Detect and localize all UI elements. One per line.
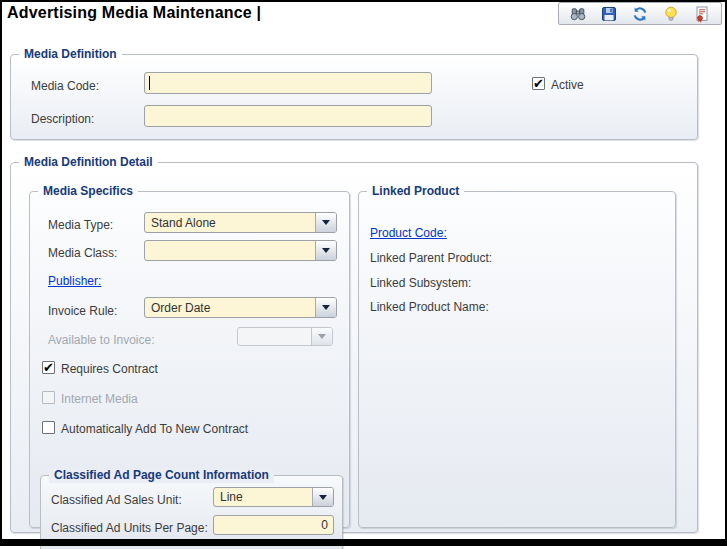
requires-contract-checkbox[interactable]: ✔	[42, 361, 55, 374]
checkmark-icon: ✔	[43, 361, 54, 374]
lightbulb-icon	[662, 5, 680, 23]
media-class-value	[145, 241, 315, 260]
refresh-icon	[631, 5, 649, 23]
media-specifics-title: Media Specifics	[38, 184, 138, 199]
chevron-down-icon	[322, 248, 330, 253]
report-certificate-icon	[693, 5, 711, 23]
media-definition-detail-title: Media Definition Detail	[19, 155, 158, 170]
available-to-invoice-dropdown	[237, 327, 333, 346]
text-cursor	[149, 76, 150, 90]
available-to-invoice-value	[238, 328, 311, 345]
save-button[interactable]	[599, 4, 619, 23]
product-code-link[interactable]: Product Code:	[370, 226, 447, 240]
binoculars-icon	[569, 5, 587, 23]
classified-ad-group: Classified Ad Page Count Information Cla…	[40, 475, 343, 549]
active-checkbox[interactable]: ✔	[532, 77, 545, 90]
classified-sales-unit-label: Classified Ad Sales Unit:	[51, 493, 182, 507]
tip-button[interactable]	[661, 4, 681, 23]
invoice-rule-dropdown-button[interactable]	[315, 298, 336, 317]
media-class-dropdown-button[interactable]	[315, 241, 336, 260]
invoice-rule-label: Invoice Rule:	[48, 304, 117, 318]
invoice-rule-value: Order Date	[145, 298, 315, 317]
page-title: Advertising Media Maintenance |	[7, 4, 261, 22]
auto-add-contract-checkbox[interactable]	[42, 421, 55, 434]
media-type-label: Media Type:	[48, 218, 113, 232]
active-label: Active	[551, 78, 584, 92]
classified-sales-unit-dropdown[interactable]: Line	[213, 487, 334, 507]
description-label: Description:	[31, 112, 94, 126]
auto-add-contract-label: Automatically Add To New Contract	[61, 422, 248, 436]
linked-subsystem-label: Linked Subsystem:	[370, 276, 471, 290]
classified-units-per-page-input[interactable]	[213, 515, 334, 535]
window-border-bottom	[0, 539, 727, 546]
chevron-down-icon	[319, 495, 327, 500]
linked-product-name-label: Linked Product Name:	[370, 300, 489, 314]
chevron-down-icon	[322, 305, 330, 310]
toolbar	[558, 2, 722, 25]
window-border-left	[0, 0, 2, 546]
description-input[interactable]	[144, 105, 432, 127]
app-window: Advertising Media Maintenance |	[0, 0, 727, 549]
classified-ad-title: Classified Ad Page Count Information	[49, 468, 274, 483]
invoice-rule-dropdown[interactable]: Order Date	[144, 297, 337, 318]
chevron-down-icon	[322, 220, 330, 225]
refresh-button[interactable]	[630, 4, 650, 23]
media-type-dropdown[interactable]: Stand Alone	[144, 212, 337, 233]
media-specifics-group: Media Specifics Media Type: Stand Alone …	[29, 191, 350, 528]
chevron-down-icon	[318, 334, 326, 339]
media-definition-detail-group: Media Definition Detail Media Specifics …	[10, 162, 698, 533]
media-definition-group: Media Definition Media Code: ✔ Active De…	[10, 54, 698, 140]
linked-parent-product-label: Linked Parent Product:	[370, 251, 492, 265]
media-definition-title: Media Definition	[19, 47, 122, 62]
linked-product-group: Linked Product Product Code: Linked Pare…	[358, 191, 676, 528]
classified-units-per-page-label: Classified Ad Units Per Page:	[51, 521, 208, 535]
media-type-value: Stand Alone	[145, 213, 315, 232]
available-to-invoice-dropdown-button	[311, 328, 332, 345]
save-floppy-icon	[600, 5, 618, 23]
media-type-dropdown-button[interactable]	[315, 213, 336, 232]
requires-contract-label: Requires Contract	[61, 362, 158, 376]
report-button[interactable]	[692, 4, 712, 23]
classified-sales-unit-dropdown-button[interactable]	[312, 488, 333, 506]
available-to-invoice-label: Available to Invoice:	[48, 333, 155, 347]
linked-product-title: Linked Product	[367, 184, 464, 199]
media-code-input[interactable]	[144, 72, 432, 94]
media-code-label: Media Code:	[31, 79, 99, 93]
media-class-label: Media Class:	[48, 246, 117, 260]
internet-media-checkbox	[42, 391, 55, 404]
find-button[interactable]	[568, 4, 588, 23]
active-checkmark-icon: ✔	[533, 77, 544, 90]
classified-sales-unit-value: Line	[214, 488, 312, 506]
media-class-dropdown[interactable]	[144, 240, 337, 261]
internet-media-label: Internet Media	[61, 392, 138, 406]
publisher-link[interactable]: Publisher:	[48, 274, 101, 288]
